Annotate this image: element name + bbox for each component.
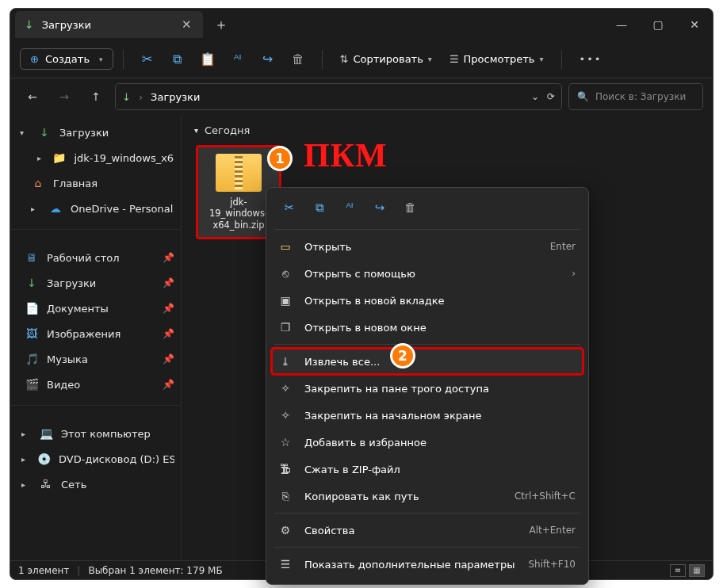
chevron-down-icon[interactable]: ⌄ (531, 91, 539, 102)
address-field[interactable]: ↓ › Загрузки ⌄ ⟳ (115, 83, 562, 110)
folder-icon: 📁 (52, 151, 66, 164)
chevron-down-icon: ▾ (428, 55, 432, 63)
computer-icon: 💻 (39, 427, 53, 440)
sidebar-documents[interactable]: 📄Документы📌 (10, 296, 181, 321)
open-icon: ▭ (277, 240, 293, 253)
chevron-right-icon: › (572, 268, 576, 279)
ctx-share-button[interactable]: ↪ (366, 196, 393, 220)
scissors-icon: ✂ (142, 52, 152, 67)
ctx-open-window[interactable]: ❐Открыть в новом окне (271, 314, 583, 341)
sort-label: Сортировать (353, 53, 423, 65)
ctx-copy-button[interactable]: ⧉ (306, 196, 333, 220)
more-icon: ☰ (277, 558, 293, 571)
search-icon: 🔍 (577, 91, 589, 102)
ctx-delete-button[interactable]: 🗑 (396, 196, 423, 220)
share-icon: ↪ (262, 52, 273, 67)
refresh-button[interactable]: ⟳ (547, 91, 555, 102)
download-icon: ↓ (122, 91, 131, 103)
properties-icon: ⚙ (277, 524, 293, 536)
sidebar-downloads2[interactable]: ↓Загрузки📌 (10, 270, 181, 296)
ctx-compress[interactable]: 🗜Сжать в ZIP-файл (271, 456, 583, 483)
view-button[interactable]: ☰ Просмотреть ▾ (442, 49, 552, 69)
icons-view-icon[interactable]: ▦ (689, 564, 705, 577)
paste-button[interactable]: 📋 (193, 45, 222, 74)
extract-icon: ⤓ (277, 355, 293, 368)
annotation-marker-1: 1 (267, 146, 293, 171)
new-tab-button[interactable]: ＋ (214, 15, 228, 34)
ctx-properties[interactable]: ⚙СвойстваAlt+Enter (271, 517, 583, 544)
details-view-icon[interactable]: ≡ (670, 564, 686, 577)
ctx-open-with[interactable]: ⎋Открыть с помощью› (271, 260, 583, 287)
path-icon: ⎘ (277, 490, 293, 502)
delete-button[interactable]: 🗑 (284, 45, 312, 74)
new-label: Создать (45, 53, 90, 65)
tab-close-button[interactable]: ✕ (178, 17, 195, 32)
sidebar-network[interactable]: ▸🖧Сеть (10, 472, 181, 497)
ctx-extract-all[interactable]: ⤓Извлечь все... (271, 348, 583, 375)
sidebar-dvd[interactable]: ▸💿DVD-дисковод (D:) ESD-IS (10, 446, 181, 472)
view-mode-toggle[interactable]: ≡ ▦ (670, 564, 705, 577)
toolbar: ⊕ Создать ▾ ✂ ⧉ 📋 ᴬᴵ ↪ 🗑 ⇅ Сортировать ▾… (10, 40, 713, 78)
ctx-favorite[interactable]: ☆Добавить в избранное (271, 429, 583, 456)
maximize-button[interactable]: ▢ (640, 10, 676, 40)
sidebar-home[interactable]: ⌂Главная (10, 170, 181, 196)
sidebar-this-pc[interactable]: ▸💻Этот компьютер (10, 421, 181, 446)
sidebar-pictures[interactable]: 🖼Изображения📌 (10, 321, 181, 346)
desktop-icon: 🖥 (25, 251, 39, 264)
ctx-open[interactable]: ▭ОткрытьEnter (271, 233, 583, 260)
pin-icon: 📌 (163, 353, 174, 365)
active-tab[interactable]: ↓ Загрузки ✕ (15, 11, 203, 38)
sidebar-video[interactable]: 🎬Видео📌 (10, 372, 181, 397)
sort-button[interactable]: ⇅ Сортировать ▾ (332, 49, 440, 69)
ctx-copy-path[interactable]: ⎘Копировать как путьCtrl+Shift+C (271, 483, 583, 510)
ctx-open-tab[interactable]: ▣Открыть в новой вкладке (271, 287, 583, 314)
sidebar-desktop[interactable]: 🖥Рабочий стол📌 (10, 245, 181, 270)
sidebar-jdk-folder[interactable]: ▸📁jdk-19_windows_x64_bin (10, 145, 181, 170)
search-field[interactable]: 🔍 Поиск в: Загрузки (568, 83, 703, 110)
rename-icon: ᴬᴵ (346, 200, 353, 215)
sort-icon: ⇅ (340, 53, 349, 65)
view-icon: ☰ (449, 53, 459, 65)
sidebar-onedrive[interactable]: ▸☁OneDrive - Personal (10, 196, 181, 221)
back-button[interactable]: ← (20, 84, 45, 109)
sidebar-music[interactable]: 🎵Музыка📌 (10, 346, 181, 372)
ctx-pin-start[interactable]: ✧Закрепить на начальном экране (271, 402, 583, 429)
tab-icon: ▣ (277, 294, 293, 307)
section-today[interactable]: ▾ Сегодня (191, 121, 703, 144)
ctx-pin-quick[interactable]: ✧Закрепить на пане трого доступа (271, 375, 583, 402)
scissors-icon: ✂ (285, 200, 295, 215)
chevron-down-icon: ▾ (20, 128, 29, 137)
star-icon: ☆ (277, 436, 293, 449)
cut-button[interactable]: ✂ (133, 45, 162, 74)
copy-button[interactable]: ⧉ (163, 45, 192, 74)
sidebar-downloads[interactable]: ▾↓Загрузки (10, 120, 181, 145)
trash-icon: 🗑 (404, 200, 416, 215)
tab-title: Загрузки (42, 19, 91, 31)
more-button[interactable]: ••• (572, 49, 610, 69)
chevron-down-icon: ▾ (540, 55, 544, 63)
share-icon: ↪ (375, 200, 385, 215)
ctx-show-more[interactable]: ☰Показать дополнительные параметрыShift+… (271, 551, 583, 578)
annotation-pkm-label: ПКМ (304, 136, 388, 174)
rename-button[interactable]: ᴬᴵ (224, 45, 252, 74)
share-button[interactable]: ↪ (254, 45, 282, 74)
ctx-rename-button[interactable]: ᴬᴵ (336, 196, 363, 220)
pin-icon: ✧ (277, 409, 293, 422)
pin-icon: 📌 (163, 252, 174, 263)
status-selected: Выбран 1 элемент: 179 МБ (88, 565, 222, 576)
new-button[interactable]: ⊕ Создать ▾ (20, 48, 113, 70)
breadcrumb-current[interactable]: Загрузки (151, 91, 200, 103)
chevron-right-icon: ▸ (37, 154, 44, 162)
forward-button[interactable]: → (52, 84, 77, 109)
close-button[interactable]: ✕ (676, 10, 713, 40)
pin-icon: 📌 (163, 379, 174, 390)
rename-icon: ᴬᴵ (234, 52, 242, 67)
up-button[interactable]: ↑ (83, 84, 109, 109)
ctx-cut-button[interactable]: ✂ (276, 196, 303, 220)
minimize-button[interactable]: — (603, 10, 640, 40)
chevron-down-icon: ▾ (194, 126, 198, 135)
view-label: Просмотреть (464, 53, 535, 65)
window-icon: ❐ (277, 321, 293, 334)
documents-icon: 📄 (25, 302, 39, 315)
chevron-right-icon: ▸ (31, 204, 40, 213)
